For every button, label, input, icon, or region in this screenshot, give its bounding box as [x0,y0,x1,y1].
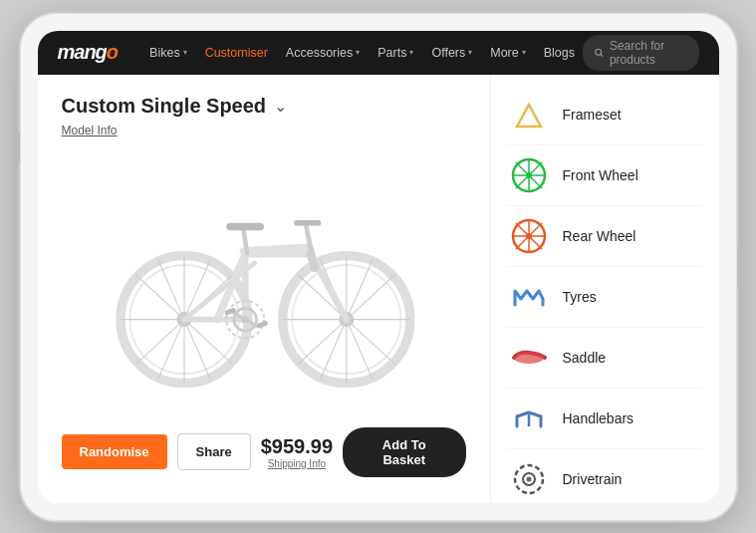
search-icon [595,47,604,59]
chevron-down-icon: ▾ [356,48,360,57]
part-item-drivetrain[interactable]: Drivetrain [507,449,703,503]
svg-line-69 [529,236,542,249]
nav-links: Bikes ▾ Customiser Accessories ▾ Parts ▾… [141,42,583,64]
part-item-rear-wheel[interactable]: Rear Wheel [507,206,703,267]
model-info-link[interactable]: Model Info [62,124,466,137]
bike-svg [105,172,423,392]
randomise-button[interactable]: Randomise [62,434,167,469]
svg-rect-41 [226,223,264,231]
svg-line-14 [184,320,210,380]
navigation-bar: mango Bikes ▾ Customiser Accessories ▾ P… [38,31,719,75]
model-selector[interactable]: Custom Single Speed ⌄ [62,95,466,118]
nav-parts[interactable]: Parts ▾ [370,42,421,64]
svg-line-16 [157,320,183,380]
dropdown-icon: ⌄ [274,97,287,116]
svg-marker-50 [517,105,541,127]
svg-line-58 [516,162,529,175]
search-placeholder: Search for products [610,39,687,67]
front-wheel-icon [507,153,551,197]
svg-line-61 [516,175,529,188]
part-item-saddle[interactable]: Saddle [507,328,703,389]
svg-line-31 [320,320,346,380]
svg-line-70 [529,223,542,236]
svg-line-9 [135,274,184,319]
chevron-down-icon: ▾ [409,48,413,57]
tyres-label: Tyres [563,289,597,305]
parts-panel: Frameset [490,75,719,503]
rear-wheel-label: Rear Wheel [563,228,636,244]
tablet-frame: mango Bikes ▾ Customiser Accessories ▾ P… [20,13,737,521]
part-item-tyres[interactable]: Tyres [507,267,703,328]
svg-line-13 [157,259,183,319]
tyres-icon [507,275,551,319]
svg-line-60 [529,162,542,175]
search-bar[interactable]: Search for products [583,35,698,71]
nav-more[interactable]: More ▾ [482,42,533,64]
frameset-label: Frameset [563,107,622,123]
share-button[interactable]: Share [177,433,251,470]
svg-line-10 [184,320,233,365]
nav-accessories[interactable]: Accessories ▾ [278,42,368,64]
svg-line-59 [529,175,542,188]
front-wheel-label: Front Wheel [563,167,638,183]
chevron-down-icon: ▾ [522,48,526,57]
drivetrain-icon [507,457,551,501]
nav-bikes[interactable]: Bikes ▾ [141,42,195,64]
model-title: Custom Single Speed [62,95,267,118]
svg-line-25 [346,320,394,365]
saddle-label: Saddle [563,350,607,366]
part-item-handlebars[interactable]: Handlebars [507,389,703,449]
svg-line-26 [297,320,346,365]
bike-preview [62,147,466,417]
svg-line-68 [516,223,529,236]
main-content: Custom Single Speed ⌄ Model Info [38,75,719,503]
part-item-frameset[interactable]: Frameset [507,85,703,145]
bottom-bar: Randomise Share $959.99 Shipping Info Ad… [62,417,466,483]
svg-line-39 [243,247,309,251]
handlebars-icon [507,397,551,440]
svg-point-0 [596,49,602,55]
price-block: $959.99 Shipping Info [261,435,333,469]
shipping-info-link[interactable]: Shipping Info [261,458,333,469]
rear-wheel-icon [507,214,551,258]
handlebars-label: Handlebars [563,410,634,426]
left-panel: Custom Single Speed ⌄ Model Info [38,75,490,503]
drivetrain-label: Drivetrain [563,471,623,487]
frameset-icon [507,93,551,136]
nav-customiser[interactable]: Customiser [197,42,276,64]
nav-offers[interactable]: Offers ▾ [423,42,480,64]
svg-line-27 [346,274,394,319]
svg-line-71 [516,236,529,249]
part-item-front-wheel[interactable]: Front Wheel [507,145,703,206]
tablet-screen: mango Bikes ▾ Customiser Accessories ▾ P… [38,31,719,503]
saddle-icon [507,336,551,380]
logo[interactable]: mango [58,41,119,64]
add-to-basket-button[interactable]: Add To Basket [343,427,465,477]
svg-point-72 [514,352,544,364]
svg-line-29 [346,320,372,380]
chevron-down-icon: ▾ [468,48,472,57]
svg-point-76 [526,476,531,481]
svg-line-11 [135,320,184,365]
price-display: $959.99 [261,435,333,458]
nav-blogs[interactable]: Blogs [536,42,583,64]
svg-line-1 [601,54,603,56]
svg-line-30 [346,259,372,319]
chevron-down-icon: ▾ [183,48,187,57]
